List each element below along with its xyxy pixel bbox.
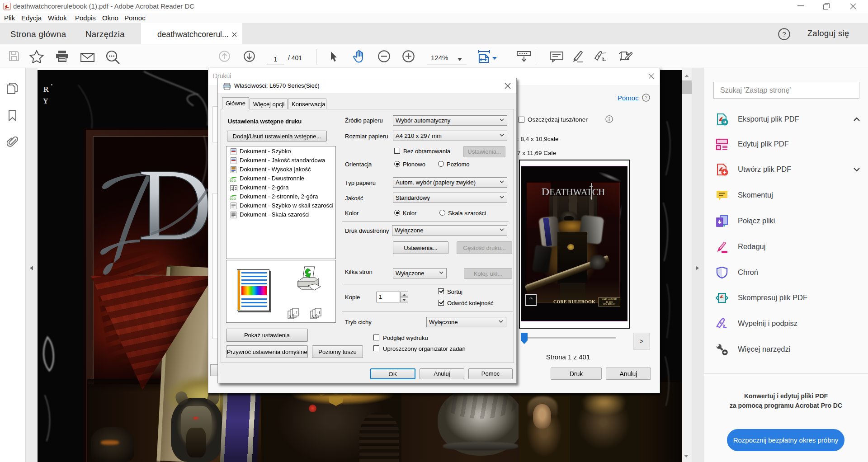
svg-text:2: 2 bbox=[315, 313, 317, 317]
svg-text:3: 3 bbox=[289, 315, 291, 319]
svg-text:eco: eco bbox=[230, 178, 236, 182]
svg-text:?: ? bbox=[645, 95, 647, 100]
svg-text:3: 3 bbox=[311, 315, 314, 319]
svg-text:1: 1 bbox=[296, 311, 298, 315]
svg-text:?: ? bbox=[782, 30, 786, 38]
svg-text:2: 2 bbox=[235, 186, 237, 191]
svg-text:2: 2 bbox=[292, 313, 294, 317]
svg-text:1: 1 bbox=[231, 186, 233, 191]
svg-text:1: 1 bbox=[318, 311, 321, 315]
svg-text:eco: eco bbox=[230, 196, 236, 200]
